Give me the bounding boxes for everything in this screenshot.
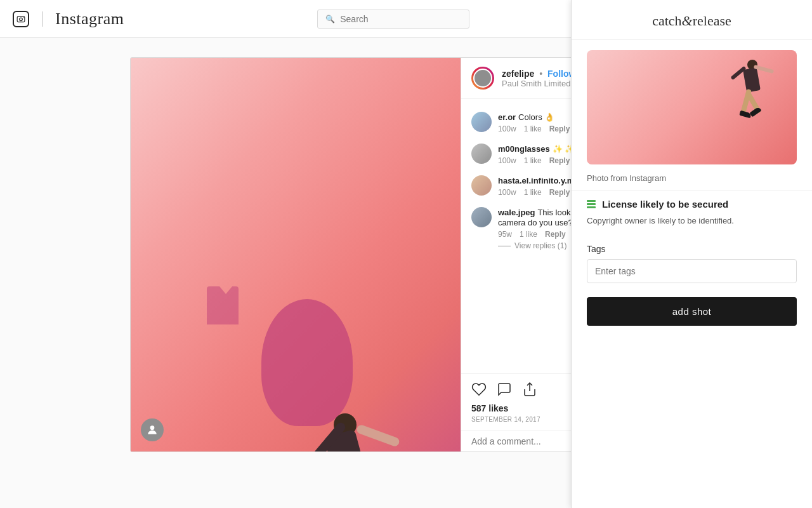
search-icon: 🔍	[325, 15, 335, 23]
license-bars-icon	[587, 200, 596, 208]
comment-avatar	[471, 144, 492, 164]
svg-rect-0	[17, 16, 25, 22]
comment-reply-button[interactable]: Reply	[549, 156, 570, 165]
tags-input[interactable]	[587, 259, 797, 283]
comment-button[interactable]	[497, 379, 512, 399]
separator-dot: •	[539, 69, 542, 79]
cr-logo-ampersand: &	[682, 13, 693, 29]
cr-logo-part1: catch	[652, 13, 681, 29]
comment-text: Colors 👌	[518, 112, 554, 122]
svg-point-3	[150, 425, 155, 430]
comment-likes: 1 like	[524, 188, 542, 197]
search-input[interactable]	[340, 14, 461, 24]
comment-reply-button[interactable]: Reply	[549, 188, 570, 197]
avatar-bottom	[141, 418, 164, 441]
license-bar-1	[587, 200, 596, 202]
post-image	[131, 58, 461, 451]
license-bar-2	[587, 203, 596, 205]
cr-logo-part2: release	[693, 13, 731, 29]
logo-area: Instagram	[13, 10, 124, 29]
license-bar-3	[587, 206, 596, 208]
comment-time: 100w	[498, 156, 516, 165]
cr-license-section: License likely to be secured Copyright o…	[572, 190, 812, 235]
comment-likes: 1 like	[524, 124, 542, 133]
license-title: License likely to be secured	[602, 199, 728, 210]
cr-tags-section: Tags	[572, 235, 812, 292]
instagram-wordmark: Instagram	[55, 10, 124, 29]
comment-likes: 1 like	[520, 230, 537, 239]
avatar-inner	[473, 69, 492, 88]
dancer-arm-right	[356, 424, 401, 447]
pd-shoe-left	[739, 110, 751, 118]
comment-reply-button[interactable]: Reply	[549, 124, 570, 133]
comment-time: 95w	[498, 230, 512, 239]
nav-divider	[42, 11, 43, 27]
comment-username[interactable]: m00nglasses	[498, 144, 550, 154]
search-box[interactable]: 🔍	[317, 10, 469, 29]
catch-release-panel: catch&release Photo from Instagram	[571, 0, 812, 471]
post-author-username[interactable]: zefelipe	[502, 69, 534, 79]
comment-avatar	[471, 207, 492, 227]
add-shot-button[interactable]: add shot	[587, 297, 797, 326]
tags-label: Tags	[587, 244, 797, 254]
cr-photo-source: Photo from Instagram	[572, 170, 812, 190]
comment-username[interactable]: er.or	[498, 112, 516, 122]
license-description: Copyright owner is likely to be identifi…	[587, 215, 797, 227]
main-content: zefelipe • Follow Paul Smith Limited er.…	[0, 38, 812, 471]
cr-preview-dancer	[727, 60, 778, 155]
share-button[interactable]	[522, 379, 537, 399]
svg-point-1	[20, 17, 23, 20]
pd-shoe-right	[749, 107, 761, 117]
comment-time: 100w	[498, 124, 516, 133]
cr-header: catch&release	[572, 0, 812, 40]
svg-point-2	[23, 17, 23, 18]
hand-shadow	[207, 286, 239, 324]
cr-preview-background	[587, 50, 797, 164]
like-button[interactable]	[471, 379, 487, 399]
pd-torso	[743, 67, 761, 92]
cr-license-header: License likely to be secured	[587, 199, 797, 210]
comment-avatar	[471, 112, 492, 132]
comment-reply-button[interactable]: Reply	[545, 230, 566, 239]
dancer-shadow	[261, 299, 353, 426]
instagram-camera-icon	[13, 11, 29, 27]
comment-avatar	[471, 175, 492, 196]
post-author-avatar[interactable]	[471, 67, 494, 90]
comment-likes: 1 like	[524, 156, 542, 165]
cr-logo: catch&release	[587, 13, 797, 29]
reply-dash	[498, 246, 511, 246]
comment-username[interactable]: wale.jpeg	[498, 208, 535, 217]
cr-image-preview	[587, 50, 797, 164]
comment-time: 100w	[498, 188, 516, 197]
